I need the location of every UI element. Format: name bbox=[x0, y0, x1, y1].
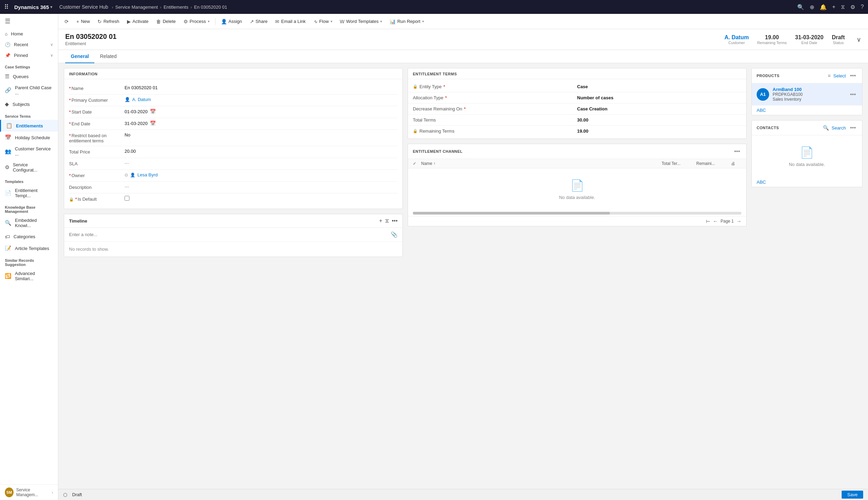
ec-page-prev[interactable]: ← bbox=[713, 218, 718, 224]
entitlement-terms-card: ENTITLEMENT TERMS 🔒 Entity Type * Case bbox=[408, 68, 747, 139]
breadcrumb: › Service Management › Entitlements › En… bbox=[112, 5, 227, 10]
owner-link[interactable]: Lesa Byrd bbox=[137, 172, 158, 177]
question-icon[interactable]: ? bbox=[861, 4, 864, 10]
email-link-icon: ✉ bbox=[275, 19, 279, 24]
save-button[interactable]: Save bbox=[842, 491, 863, 499]
header-expand-btn[interactable]: ∨ bbox=[857, 36, 861, 43]
sidebar-label-subjects: Subjects bbox=[12, 102, 30, 107]
end-date-cal-icon[interactable]: 📅 bbox=[150, 120, 156, 126]
search-icon[interactable]: 🔍 bbox=[797, 4, 804, 10]
content-area: ⟳ + New ↻ Refresh ▶ Activate 🗑 Delete ⚙ … bbox=[58, 14, 868, 500]
share-button[interactable]: ↗ Share bbox=[246, 17, 271, 26]
restrict-value: No bbox=[125, 132, 398, 138]
delete-button[interactable]: 🗑 Delete bbox=[153, 17, 179, 26]
activate-button[interactable]: ▶ Activate bbox=[124, 17, 152, 26]
sidebar-label-entitlement-templ: Entitlement Templ... bbox=[15, 188, 53, 198]
run-report-label: Run Report bbox=[397, 19, 420, 24]
attachment-icon[interactable]: 📎 bbox=[391, 231, 398, 238]
user-caret[interactable]: › bbox=[52, 490, 53, 494]
status-expand-icon[interactable]: ⬡ bbox=[63, 492, 67, 498]
settings-icon[interactable]: ⚙ bbox=[850, 4, 855, 10]
process-button[interactable]: ⚙ Process ▾ bbox=[180, 17, 213, 26]
refresh-button[interactable]: ↻ Refresh bbox=[94, 17, 123, 26]
remaining-terms-label: Remaining Terms bbox=[757, 41, 786, 45]
sidebar-item-queues[interactable]: ☰ Queues bbox=[0, 70, 58, 82]
sidebar-item-embedded-knowl[interactable]: 🔍 Embedded Knowl... bbox=[0, 215, 58, 231]
assign-icon: 👤 bbox=[221, 19, 227, 24]
remaining-label: 🔒 Remaining Terms bbox=[413, 128, 577, 134]
sidebar-item-holiday-schedule[interactable]: 📅 Holiday Schedule bbox=[0, 132, 58, 143]
timeline-input-area: 📎 bbox=[64, 228, 402, 242]
timeline-more-icon[interactable]: ••• bbox=[392, 218, 398, 224]
app-name[interactable]: Dynamics 365 ▾ bbox=[14, 4, 52, 10]
product-item-more-btn[interactable]: ••• bbox=[849, 91, 857, 98]
help-circle-icon[interactable]: ⊕ bbox=[810, 4, 814, 10]
sidebar-item-service-config[interactable]: ⚙ Service Configurat... bbox=[0, 159, 58, 175]
app-caret[interactable]: ▾ bbox=[50, 5, 52, 9]
product-sub1: PRDPKGAB100 bbox=[773, 92, 845, 97]
customer-value[interactable]: A. Datum bbox=[724, 34, 749, 41]
queues-icon: ☰ bbox=[5, 73, 9, 80]
ec-col-print[interactable]: 🖨 bbox=[731, 161, 741, 166]
products-abc-link[interactable]: ABC bbox=[752, 106, 862, 115]
sidebar-item-entitlements[interactable]: 📋 Entitlements bbox=[0, 120, 58, 132]
ec-page-next[interactable]: → bbox=[737, 218, 741, 224]
product-name[interactable]: ArmBand 100 bbox=[773, 87, 845, 92]
parent-child-icon: 🔗 bbox=[5, 87, 11, 93]
sidebar-item-entitlement-templ[interactable]: 📄 Entitlement Templ... bbox=[0, 185, 58, 201]
sidebar-item-parent-child-case[interactable]: 🔗 Parent Child Case ... bbox=[0, 82, 58, 98]
ec-scrollbar[interactable] bbox=[413, 212, 741, 215]
filter-icon[interactable]: ⧖ bbox=[841, 4, 845, 10]
assign-button[interactable]: 👤 Assign bbox=[218, 17, 246, 26]
tab-general[interactable]: General bbox=[65, 50, 94, 63]
timeline-note-input[interactable] bbox=[69, 232, 388, 237]
is-default-checkbox[interactable] bbox=[125, 196, 129, 201]
email-link-button[interactable]: ✉ Email a Link bbox=[272, 17, 309, 26]
sidebar-user-label: Service Managem... bbox=[16, 488, 49, 497]
top-nav: ⠿ Dynamics 365 ▾ Customer Service Hub › … bbox=[0, 0, 868, 14]
sidebar-label-customer-service: Customer Service ... bbox=[15, 146, 53, 157]
ec-no-data-icon: 📄 bbox=[570, 179, 584, 192]
page-header-left: En 03052020 01 Entitlement bbox=[65, 33, 724, 46]
ec-col-name[interactable]: Name ↑ bbox=[421, 161, 662, 166]
sidebar-hamburger[interactable]: ☰ bbox=[0, 14, 58, 28]
ec-page-first[interactable]: ⊢ bbox=[706, 218, 710, 224]
ec-col-check: ✓ bbox=[413, 161, 421, 166]
primary-customer-value[interactable]: 👤 A. Datum bbox=[125, 97, 398, 102]
tab-related[interactable]: Related bbox=[94, 50, 122, 63]
sidebar-user[interactable]: SM Service Managem... › bbox=[0, 484, 58, 500]
total-price-label: Total Price bbox=[69, 149, 125, 155]
middle-column: ENTITLEMENT TERMS 🔒 Entity Type * Case bbox=[408, 68, 747, 226]
end-date-field-value: 31-03-2020 📅 bbox=[125, 120, 398, 126]
new-button[interactable]: + New bbox=[73, 17, 93, 26]
contacts-search-btn[interactable]: Search bbox=[832, 125, 846, 131]
sidebar-item-home[interactable]: ⌂ Home bbox=[0, 28, 58, 39]
contacts-more-btn[interactable]: ••• bbox=[849, 124, 857, 132]
flow-button[interactable]: ∿ Flow ▾ bbox=[310, 17, 335, 26]
plus-icon[interactable]: + bbox=[832, 4, 835, 10]
timeline-filter-icon[interactable]: ⧖ bbox=[385, 218, 389, 224]
sidebar-item-recent[interactable]: 🕐 Recent ∨ bbox=[0, 39, 58, 50]
word-templates-button[interactable]: W Word Templates ▾ bbox=[337, 17, 386, 26]
sidebar-item-pinned[interactable]: 📌 Pinned ∨ bbox=[0, 50, 58, 61]
ec-more-btn[interactable]: ••• bbox=[733, 148, 741, 155]
sidebar-item-article-templates[interactable]: 📝 Article Templates bbox=[0, 242, 58, 254]
sidebar-item-customer-service[interactable]: 👥 Customer Service ... bbox=[0, 143, 58, 159]
breadcrumb-entitlements[interactable]: Entitlements bbox=[163, 5, 188, 10]
sidebar-item-subjects[interactable]: ◆ Subjects bbox=[0, 98, 58, 110]
et-row-decrease: Decrease Remaining On * Case Creation bbox=[408, 103, 746, 115]
sidebar-item-categories[interactable]: 🏷 Categories bbox=[0, 231, 58, 242]
products-select-btn[interactable]: Select bbox=[833, 73, 846, 78]
history-btn[interactable]: ⟳ bbox=[61, 17, 72, 26]
timeline-add-icon[interactable]: + bbox=[379, 218, 382, 224]
sidebar-label-categories: Categories bbox=[14, 234, 35, 239]
sidebar-item-advanced-similar[interactable]: 🔁 Advanced Similari... bbox=[0, 268, 58, 284]
contacts-abc-link[interactable]: ABC bbox=[752, 177, 862, 187]
products-more-btn[interactable]: ••• bbox=[849, 72, 857, 80]
waffle-icon[interactable]: ⠿ bbox=[4, 3, 9, 11]
bell-icon[interactable]: 🔔 bbox=[820, 4, 827, 10]
breadcrumb-service-mgmt[interactable]: Service Management bbox=[115, 5, 158, 10]
start-date-cal-icon[interactable]: 📅 bbox=[150, 109, 156, 114]
run-report-button[interactable]: 📊 Run Report ▾ bbox=[386, 17, 427, 26]
timeline-title: Timeline bbox=[69, 218, 376, 224]
